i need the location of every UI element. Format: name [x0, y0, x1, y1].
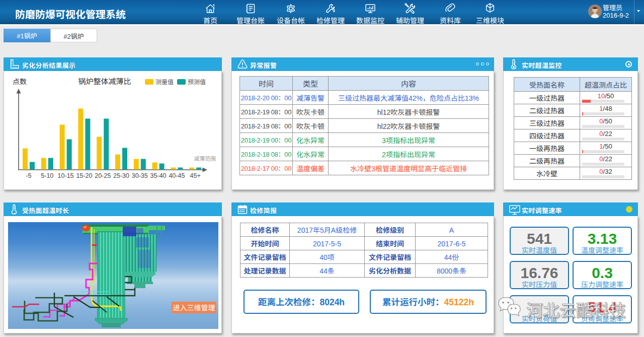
svg-text:10-15: 10-15	[58, 170, 74, 180]
svg-text:15-20: 15-20	[76, 170, 92, 180]
svg-text:20-25: 20-25	[95, 170, 111, 180]
svg-text:测量值: 测量值	[155, 77, 174, 86]
svg-text:45+: 45+	[190, 170, 201, 180]
svg-text:40-45: 40-45	[169, 170, 185, 180]
svg-text:30-35: 30-35	[132, 170, 148, 180]
svg-text:-5: -5	[26, 170, 31, 180]
svg-text:锅炉整体减薄比: 锅炉整体减薄比	[78, 76, 131, 86]
svg-text:减薄范围: 减薄范围	[194, 154, 216, 162]
svg-text:25-30: 25-30	[113, 170, 129, 180]
svg-text:点数: 点数	[13, 76, 27, 86]
svg-text:5-10: 5-10	[41, 170, 53, 180]
svg-text:35-40: 35-40	[150, 170, 167, 180]
svg-text:预测值: 预测值	[188, 77, 206, 86]
